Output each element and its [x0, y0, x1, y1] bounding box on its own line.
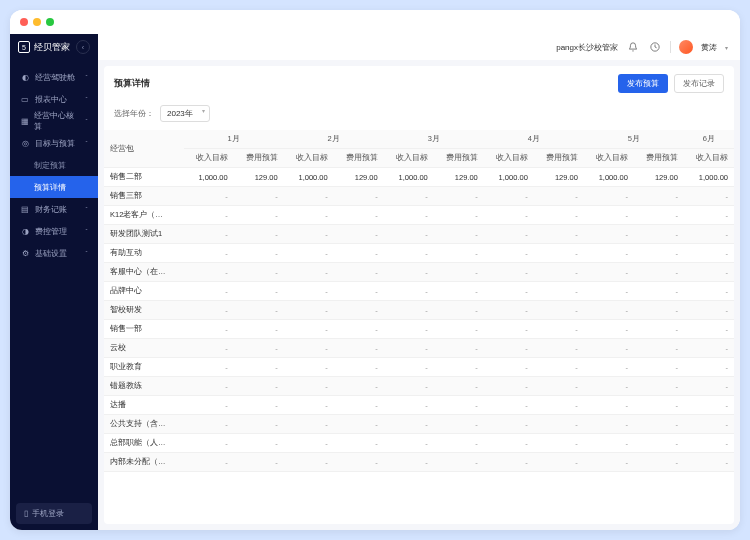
- value-cell: -: [534, 320, 584, 339]
- filter-row: 选择年份： 2023年: [104, 101, 734, 130]
- bell-icon[interactable]: [626, 40, 640, 54]
- col-expense-header: 费用预算: [534, 149, 584, 168]
- sidebar-collapse-button[interactable]: ‹: [76, 40, 90, 54]
- sidebar-item[interactable]: ▭报表中心˅: [10, 88, 98, 110]
- value-cell: -: [384, 339, 434, 358]
- window-maximize-icon[interactable]: [46, 18, 54, 26]
- value-cell: -: [334, 415, 384, 434]
- avatar[interactable]: [679, 40, 693, 54]
- row-name-cell[interactable]: 销售二部: [104, 168, 184, 187]
- value-cell: -: [234, 282, 284, 301]
- row-name-cell[interactable]: 总部职能（人…: [104, 434, 184, 453]
- row-name-cell[interactable]: 有助互动: [104, 244, 184, 263]
- value-cell: -: [284, 415, 334, 434]
- value-cell: -: [434, 453, 484, 472]
- row-name-cell[interactable]: 智校研发: [104, 301, 184, 320]
- row-name-cell[interactable]: 云校: [104, 339, 184, 358]
- value-cell: 1,000.00: [184, 168, 234, 187]
- row-name-cell[interactable]: 公共支持（含…: [104, 415, 184, 434]
- value-cell: -: [284, 358, 334, 377]
- row-name-cell[interactable]: 销售三部: [104, 187, 184, 206]
- value-cell: 1,000.00: [484, 168, 534, 187]
- value-cell: -: [534, 377, 584, 396]
- value-cell: -: [384, 206, 434, 225]
- nav-icon: ▦: [20, 116, 29, 126]
- sidebar-item[interactable]: ▤财务记账˅: [10, 198, 98, 220]
- value-cell: -: [584, 301, 634, 320]
- budget-table: 经营包1月2月3月4月5月6月收入目标费用预算收入目标费用预算收入目标费用预算收…: [104, 130, 734, 472]
- value-cell: -: [234, 301, 284, 320]
- value-cell: -: [184, 339, 234, 358]
- value-cell: -: [384, 244, 434, 263]
- table-row: 智校研发-----------: [104, 301, 734, 320]
- value-cell: -: [684, 396, 734, 415]
- row-name-cell[interactable]: 销售一部: [104, 320, 184, 339]
- value-cell: -: [434, 225, 484, 244]
- row-name-cell[interactable]: 客服中心（在…: [104, 263, 184, 282]
- row-name-cell[interactable]: 错题教练: [104, 377, 184, 396]
- sidebar-item[interactable]: ◐经营驾驶舱˅: [10, 66, 98, 88]
- value-cell: -: [484, 415, 534, 434]
- nav-icon: ▤: [20, 204, 30, 214]
- value-cell: -: [434, 187, 484, 206]
- nav-label: 财务记账: [35, 204, 67, 215]
- value-cell: 129.00: [434, 168, 484, 187]
- col-month-header: 4月: [484, 130, 584, 149]
- value-cell: -: [434, 434, 484, 453]
- row-name-cell[interactable]: K12老客户（…: [104, 206, 184, 225]
- chevron-down-icon[interactable]: ▾: [725, 44, 728, 51]
- value-cell: -: [684, 339, 734, 358]
- col-expense-header: 费用预算: [234, 149, 284, 168]
- sidebar-item[interactable]: ⚙基础设置˅: [10, 242, 98, 264]
- value-cell: -: [234, 244, 284, 263]
- sidebar-item[interactable]: ▦经营中心核算˅: [10, 110, 98, 132]
- value-cell: -: [334, 358, 384, 377]
- value-cell: -: [184, 358, 234, 377]
- value-cell: -: [334, 225, 384, 244]
- value-cell: -: [284, 263, 334, 282]
- row-name-cell[interactable]: 品牌中心: [104, 282, 184, 301]
- value-cell: -: [384, 453, 434, 472]
- value-cell: -: [334, 453, 384, 472]
- col-month-header: 2月: [284, 130, 384, 149]
- value-cell: -: [434, 358, 484, 377]
- sidebar-item[interactable]: ◎目标与预算˄: [10, 132, 98, 154]
- chevron-icon: ˅: [85, 96, 88, 103]
- value-cell: -: [684, 263, 734, 282]
- table-row: 客服中心（在…-----------: [104, 263, 734, 282]
- window-minimize-icon[interactable]: [33, 18, 41, 26]
- value-cell: -: [234, 225, 284, 244]
- row-name-cell[interactable]: 达播: [104, 396, 184, 415]
- sidebar-subitem[interactable]: 制定预算: [10, 154, 98, 176]
- value-cell: -: [584, 377, 634, 396]
- value-cell: -: [634, 320, 684, 339]
- mobile-login-button[interactable]: ▯ 手机登录: [16, 503, 92, 524]
- sidebar: 5 经贝管家 ‹ ◐经营驾驶舱˅▭报表中心˅▦经营中心核算˅◎目标与预算˄制定预…: [10, 34, 98, 530]
- nav-label: 经营驾驶舱: [35, 72, 75, 83]
- table-row: 公共支持（含…-----------: [104, 415, 734, 434]
- row-name-cell[interactable]: 研发团队测试1: [104, 225, 184, 244]
- col-expense-header: 费用预算: [334, 149, 384, 168]
- phone-icon: ▯: [24, 509, 28, 518]
- sidebar-item[interactable]: ◑费控管理˅: [10, 220, 98, 242]
- year-select[interactable]: 2023年: [160, 105, 210, 122]
- publish-records-button[interactable]: 发布记录: [674, 74, 724, 93]
- value-cell: -: [334, 396, 384, 415]
- budget-table-scroll[interactable]: 经营包1月2月3月4月5月6月收入目标费用预算收入目标费用预算收入目标费用预算收…: [104, 130, 734, 524]
- value-cell: -: [484, 206, 534, 225]
- value-cell: -: [334, 187, 384, 206]
- nav-label: 目标与预算: [35, 138, 75, 149]
- username[interactable]: 黄涛: [701, 42, 717, 53]
- publish-budget-button[interactable]: 发布预算: [618, 74, 668, 93]
- row-name-cell[interactable]: 职业教育: [104, 358, 184, 377]
- sidebar-subitem[interactable]: 预算详情: [10, 176, 98, 198]
- value-cell: -: [634, 206, 684, 225]
- sidebar-nav: ◐经营驾驶舱˅▭报表中心˅▦经营中心核算˅◎目标与预算˄制定预算预算详情▤财务记…: [10, 60, 98, 497]
- clock-icon[interactable]: [648, 40, 662, 54]
- window-close-icon[interactable]: [20, 18, 28, 26]
- row-name-cell[interactable]: 内部未分配（…: [104, 453, 184, 472]
- value-cell: -: [184, 396, 234, 415]
- value-cell: -: [284, 434, 334, 453]
- table-row: 总部职能（人…-----------: [104, 434, 734, 453]
- value-cell: -: [184, 282, 234, 301]
